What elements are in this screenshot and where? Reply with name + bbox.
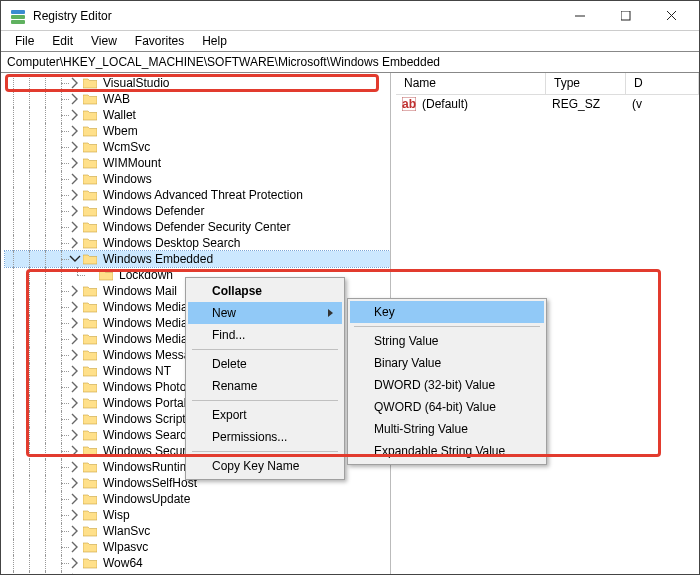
folder-icon: [83, 125, 97, 137]
chevron-right-icon[interactable]: [69, 429, 81, 441]
menu-item[interactable]: Find...: [188, 324, 342, 346]
tree-item[interactable]: WcmSvc: [5, 139, 390, 155]
chevron-right-icon[interactable]: [69, 189, 81, 201]
chevron-right-icon[interactable]: [69, 301, 81, 313]
menu-view[interactable]: View: [83, 33, 125, 49]
menu-item[interactable]: Multi-String Value: [350, 418, 544, 440]
folder-icon: [83, 301, 97, 313]
tree-item-label: WAB: [101, 92, 132, 106]
chevron-right-icon[interactable]: [69, 205, 81, 217]
tree-item-label: Windows Mail: [101, 284, 179, 298]
chevron-right-icon[interactable]: [69, 221, 81, 233]
chevron-right-icon[interactable]: [69, 413, 81, 425]
chevron-right-icon[interactable]: [69, 93, 81, 105]
col-name[interactable]: Name: [396, 73, 546, 94]
window-title: Registry Editor: [33, 9, 557, 23]
chevron-right-icon[interactable]: [69, 173, 81, 185]
address-input[interactable]: [1, 52, 699, 72]
chevron-right-icon[interactable]: [69, 557, 81, 569]
chevron-right-icon[interactable]: [69, 237, 81, 249]
menu-file[interactable]: File: [7, 33, 42, 49]
menu-item[interactable]: Rename: [188, 375, 342, 397]
menu-item[interactable]: Delete: [188, 353, 342, 375]
tree-item[interactable]: Windows Defender: [5, 203, 390, 219]
tree-item[interactable]: WAB: [5, 91, 390, 107]
chevron-right-icon[interactable]: [69, 381, 81, 393]
tree-item[interactable]: WSDAPI: [5, 571, 390, 574]
menu-item[interactable]: Export: [188, 404, 342, 426]
tree-item-label: Windows Desktop Search: [101, 236, 242, 250]
menu-item[interactable]: Expandable String Value: [350, 440, 544, 462]
tree-item[interactable]: Windows Desktop Search: [5, 235, 390, 251]
chevron-right-icon[interactable]: [69, 573, 81, 574]
col-type[interactable]: Type: [546, 73, 626, 94]
folder-icon: [83, 573, 97, 574]
menu-item[interactable]: Collapse: [188, 280, 342, 302]
chevron-right-icon[interactable]: [69, 493, 81, 505]
tree-item-label: Windows Embedded: [101, 252, 215, 266]
tree-item[interactable]: Wlpasvc: [5, 539, 390, 555]
col-data[interactable]: D: [626, 73, 699, 94]
tree-item[interactable]: Windows Embedded: [5, 251, 390, 267]
chevron-right-icon[interactable]: [69, 461, 81, 473]
chevron-right-icon[interactable]: [69, 397, 81, 409]
tree-item-label: WlanSvc: [101, 524, 152, 538]
chevron-right-icon[interactable]: [69, 349, 81, 361]
tree-item[interactable]: WindowsUpdate: [5, 491, 390, 507]
close-button[interactable]: [649, 1, 695, 31]
menu-separator: [192, 451, 338, 452]
chevron-right-icon[interactable]: [69, 477, 81, 489]
tree-item-label: Wow64: [101, 556, 145, 570]
menu-edit[interactable]: Edit: [44, 33, 81, 49]
menu-item[interactable]: Binary Value: [350, 352, 544, 374]
menu-item[interactable]: QWORD (64-bit) Value: [350, 396, 544, 418]
tree-item[interactable]: Wisp: [5, 507, 390, 523]
chevron-right-icon[interactable]: [69, 285, 81, 297]
menubar: File Edit View Favorites Help: [1, 31, 699, 51]
maximize-button[interactable]: [603, 1, 649, 31]
chevron-right-icon[interactable]: [69, 541, 81, 553]
tree-item[interactable]: VisualStudio: [5, 75, 390, 91]
minimize-button[interactable]: [557, 1, 603, 31]
chevron-down-icon[interactable]: [69, 253, 81, 265]
folder-icon: [83, 109, 97, 121]
chevron-right-icon[interactable]: [69, 125, 81, 137]
chevron-right-icon[interactable]: [69, 509, 81, 521]
chevron-right-icon[interactable]: [69, 317, 81, 329]
chevron-right-icon[interactable]: [69, 77, 81, 89]
chevron-right-icon[interactable]: [69, 157, 81, 169]
tree-item[interactable]: Wallet: [5, 107, 390, 123]
chevron-right-icon[interactable]: [69, 445, 81, 457]
chevron-right-icon[interactable]: [69, 109, 81, 121]
menu-item[interactable]: Copy Key Name: [188, 455, 342, 477]
tree-item[interactable]: Windows Advanced Threat Protection: [5, 187, 390, 203]
tree-item[interactable]: Windows Defender Security Center: [5, 219, 390, 235]
menu-item[interactable]: Key: [350, 301, 544, 323]
menu-item[interactable]: DWORD (32-bit) Value: [350, 374, 544, 396]
tree-item[interactable]: Windows: [5, 171, 390, 187]
menu-favorites[interactable]: Favorites: [127, 33, 192, 49]
menu-item-label: Key: [374, 305, 395, 319]
menu-item-label: Export: [212, 408, 247, 422]
menu-item[interactable]: New: [188, 302, 342, 324]
tree-item-label: Windows Defender Security Center: [101, 220, 292, 234]
list-row[interactable]: (Default)REG_SZ(v: [396, 95, 699, 113]
chevron-right-icon[interactable]: [69, 525, 81, 537]
tree-item[interactable]: Wbem: [5, 123, 390, 139]
chevron-right-icon[interactable]: [69, 333, 81, 345]
list-header: Name Type D: [396, 73, 699, 95]
tree-item[interactable]: WlanSvc: [5, 523, 390, 539]
menu-item[interactable]: String Value: [350, 330, 544, 352]
tree-item-label: WindowsRuntime: [101, 460, 198, 474]
tree-item[interactable]: WIMMount: [5, 155, 390, 171]
menu-item[interactable]: Permissions...: [188, 426, 342, 448]
tree-item-label: WIMMount: [101, 156, 163, 170]
folder-icon: [83, 237, 97, 249]
menu-help[interactable]: Help: [194, 33, 235, 49]
chevron-right-icon[interactable]: [69, 365, 81, 377]
string-value-icon: [402, 97, 416, 111]
tree-item[interactable]: Wow64: [5, 555, 390, 571]
folder-icon: [83, 365, 97, 377]
chevron-right-icon[interactable]: [69, 141, 81, 153]
folder-icon: [83, 477, 97, 489]
